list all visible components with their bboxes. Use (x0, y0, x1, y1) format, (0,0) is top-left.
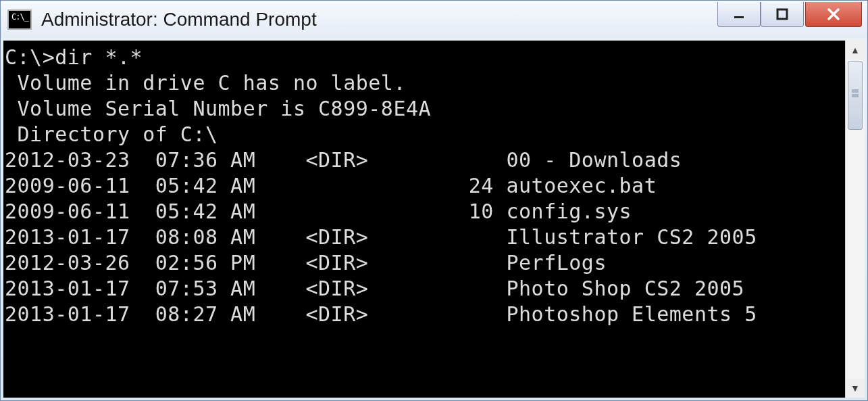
client-area: C:\>dir *.* Volume in drive C has no lab… (3, 41, 865, 398)
prompt-line: C:\>dir *.* (5, 45, 844, 70)
title-bar[interactable]: Administrator: Command Prompt (1, 1, 867, 38)
svg-rect-1 (777, 9, 787, 19)
dir-entry: 2012-03-26 02:56 PM <DIR> PerfLogs (5, 250, 844, 276)
dir-entry: 2013-01-17 07:53 AM <DIR> Photo Shop CS2… (5, 276, 844, 302)
terminal-output[interactable]: C:\>dir *.* Volume in drive C has no lab… (3, 41, 845, 398)
volume-label-line: Volume in drive C has no label. (5, 70, 844, 96)
window-title: Administrator: Command Prompt (41, 9, 317, 30)
dir-entry: 2013-01-17 08:08 AM <DIR> Illustrator CS… (5, 225, 844, 250)
window-controls (717, 2, 862, 27)
dir-entry: 2012-03-23 07:36 AM <DIR> 00 - Downloads (5, 147, 844, 173)
close-button[interactable] (805, 2, 862, 27)
dir-entry: 2009-06-11 05:42 AM 24 autoexec.bat (5, 173, 844, 199)
scroll-thumb[interactable] (848, 61, 863, 130)
dir-entry: 2009-06-11 05:42 AM 10 config.sys (5, 199, 844, 225)
vertical-scrollbar[interactable]: ▲ ▼ (845, 41, 865, 398)
directory-of-line: Directory of C:\ (5, 122, 844, 147)
scroll-down-button[interactable]: ▼ (846, 379, 865, 398)
system-menu-icon[interactable] (7, 9, 32, 30)
volume-serial-line: Volume Serial Number is C899-8E4A (5, 96, 844, 122)
minimize-button[interactable] (717, 2, 761, 27)
dir-entry: 2013-01-17 08:27 AM <DIR> Photoshop Elem… (5, 302, 844, 327)
svg-rect-0 (734, 16, 744, 18)
maximize-button[interactable] (761, 2, 804, 27)
scroll-up-button[interactable]: ▲ (846, 41, 865, 60)
window-frame: Administrator: Command Prompt C:\>dir *.… (0, 0, 868, 401)
